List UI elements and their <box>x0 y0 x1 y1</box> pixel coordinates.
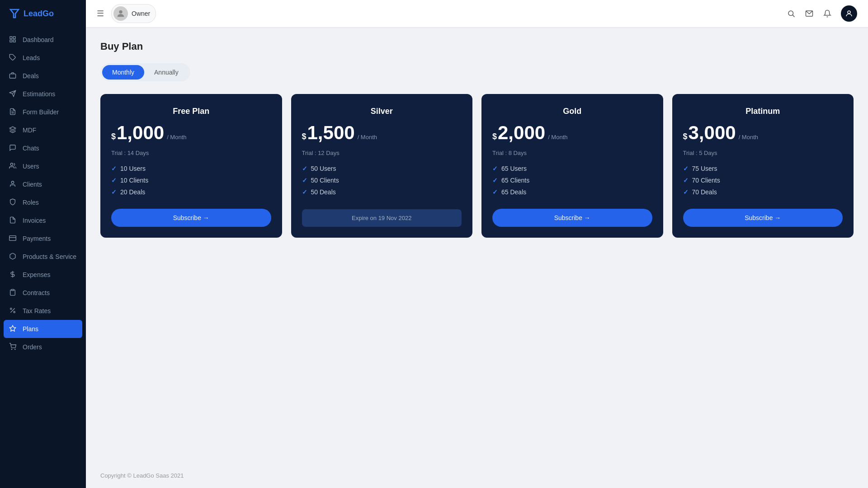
svg-rect-4 <box>10 40 12 42</box>
feature-item: 50 Clients <box>302 174 462 186</box>
svg-rect-6 <box>9 74 15 78</box>
sidebar-label-tax-rates: Tax Rates <box>23 307 51 314</box>
email-icon[interactable] <box>805 9 814 18</box>
tag-icon <box>9 54 17 62</box>
svg-point-19 <box>10 308 12 310</box>
header-icons <box>787 5 857 22</box>
dollar-icon <box>9 271 17 279</box>
svg-marker-0 <box>10 9 19 18</box>
sidebar-item-form-builder[interactable]: Form Builder <box>0 103 86 121</box>
feature-item: 65 Clients <box>492 174 652 186</box>
svg-rect-2 <box>13 37 15 39</box>
logo-icon <box>9 8 20 19</box>
sidebar-item-contracts[interactable]: Contracts <box>0 284 86 302</box>
user-badge[interactable]: Owner <box>111 4 156 23</box>
feature-item: 20 Deals <box>111 186 271 198</box>
plan-trial-free: Trial : 14 Days <box>111 150 271 156</box>
plan-card-gold: Gold $ 2,000 / Month Trial : 8 Days 65 U… <box>481 94 663 238</box>
plan-price-free: $ 1,000 / Month <box>111 123 271 142</box>
feature-item: 50 Deals <box>302 186 462 198</box>
shopping-cart-icon <box>9 343 17 351</box>
monthly-toggle[interactable]: Monthly <box>102 65 144 80</box>
plan-features-free: 10 Users10 Clients20 Deals <box>111 163 271 198</box>
svg-rect-1 <box>10 37 12 39</box>
feature-item: 70 Deals <box>683 186 843 198</box>
sidebar-label-expenses: Expenses <box>23 271 50 278</box>
content: Buy Plan Monthly Annually Free Plan $ 1,… <box>86 27 868 463</box>
sidebar-item-users[interactable]: Users <box>0 157 86 175</box>
plan-trial-gold: Trial : 8 Days <box>492 150 652 156</box>
subscribe-button-platinum[interactable]: Subscribe → <box>683 209 843 227</box>
sidebar-label-deals: Deals <box>23 72 39 80</box>
star-icon <box>9 325 17 333</box>
plan-card-free: Free Plan $ 1,000 / Month Trial : 14 Day… <box>100 94 282 238</box>
clipboard-icon <box>9 289 17 297</box>
menu-icon[interactable]: ☰ <box>97 9 104 19</box>
plan-card-silver: Silver $ 1,500 / Month Trial : 12 Days 5… <box>291 94 473 238</box>
logo[interactable]: LeadGo <box>0 0 86 27</box>
plan-price-platinum: $ 3,000 / Month <box>683 123 843 142</box>
sidebar-item-deals[interactable]: Deals <box>0 67 86 85</box>
sidebar-item-estimations[interactable]: Estimations <box>0 85 86 103</box>
footer-text: Copyright © LeadGo Saas 2021 <box>100 472 184 479</box>
svg-marker-11 <box>9 127 15 130</box>
sidebar-label-form-builder: Form Builder <box>23 108 59 116</box>
sidebar-label-mdf: MDF <box>23 127 36 134</box>
svg-point-20 <box>14 311 15 313</box>
bell-icon[interactable] <box>823 9 832 18</box>
avatar <box>113 6 128 21</box>
svg-point-23 <box>15 349 15 349</box>
sidebar-label-payments: Payments <box>23 235 51 242</box>
plan-features-silver: 50 Users50 Clients50 Deals <box>302 163 462 198</box>
sidebar-item-expenses[interactable]: Expenses <box>0 266 86 284</box>
send-icon <box>9 90 17 98</box>
feature-item: 10 Users <box>111 163 271 174</box>
sidebar-label-contracts: Contracts <box>23 289 50 296</box>
annually-toggle[interactable]: Annually <box>144 65 189 80</box>
feature-item: 65 Users <box>492 163 652 174</box>
plan-name-silver: Silver <box>302 107 462 116</box>
sidebar-item-invoices[interactable]: Invoices <box>0 211 86 230</box>
sidebar-item-dashboard[interactable]: Dashboard <box>0 31 86 49</box>
search-icon[interactable] <box>787 9 796 18</box>
sidebar-item-chats[interactable]: Chats <box>0 139 86 157</box>
percent-icon <box>9 307 17 315</box>
plan-price-silver: $ 1,500 / Month <box>302 123 462 142</box>
svg-line-26 <box>793 15 794 17</box>
plan-trial-silver: Trial : 12 Days <box>302 150 462 156</box>
sidebar-item-products-service[interactable]: Products & Service <box>0 248 86 266</box>
box-icon <box>9 253 17 261</box>
sidebar-item-orders[interactable]: Orders <box>0 338 86 356</box>
plan-price-gold: $ 2,000 / Month <box>492 123 652 142</box>
plan-card-platinum: Platinum $ 3,000 / Month Trial : 5 Days … <box>672 94 854 238</box>
layers-icon <box>9 126 17 134</box>
sidebar-item-plans[interactable]: Plans <box>4 320 82 338</box>
sidebar-label-chats: Chats <box>23 145 39 152</box>
sidebar-label-roles: Roles <box>23 199 39 206</box>
file-text-icon <box>9 108 17 116</box>
username: Owner <box>132 10 150 17</box>
sidebar-item-roles[interactable]: Roles <box>0 193 86 211</box>
page-title: Buy Plan <box>100 41 854 52</box>
sidebar-label-dashboard: Dashboard <box>23 36 54 43</box>
feature-item: 75 Users <box>683 163 843 174</box>
sidebar-item-payments[interactable]: Payments <box>0 230 86 248</box>
sidebar-item-mdf[interactable]: MDF <box>0 121 86 139</box>
subscribe-button-free[interactable]: Subscribe → <box>111 209 271 227</box>
svg-point-24 <box>119 10 122 14</box>
logo-text: LeadGo <box>24 9 54 19</box>
user-icon[interactable] <box>841 5 857 22</box>
plan-features-platinum: 75 Users70 Clients70 Deals <box>683 163 843 198</box>
sidebar-item-leads[interactable]: Leads <box>0 49 86 67</box>
plan-name-platinum: Platinum <box>683 107 843 116</box>
sidebar-item-tax-rates[interactable]: Tax Rates <box>0 302 86 320</box>
sidebar-label-users: Users <box>23 163 39 170</box>
briefcase-icon <box>9 72 17 80</box>
sidebar-item-clients[interactable]: Clients <box>0 175 86 193</box>
sidebar-label-plans: Plans <box>23 325 38 333</box>
subscribe-button-gold[interactable]: Subscribe → <box>492 209 652 227</box>
sidebar: LeadGo Dashboard Leads Deals Estimations… <box>0 0 86 488</box>
feature-item: 50 Users <box>302 163 462 174</box>
svg-rect-3 <box>13 40 15 42</box>
file-icon <box>9 216 17 225</box>
